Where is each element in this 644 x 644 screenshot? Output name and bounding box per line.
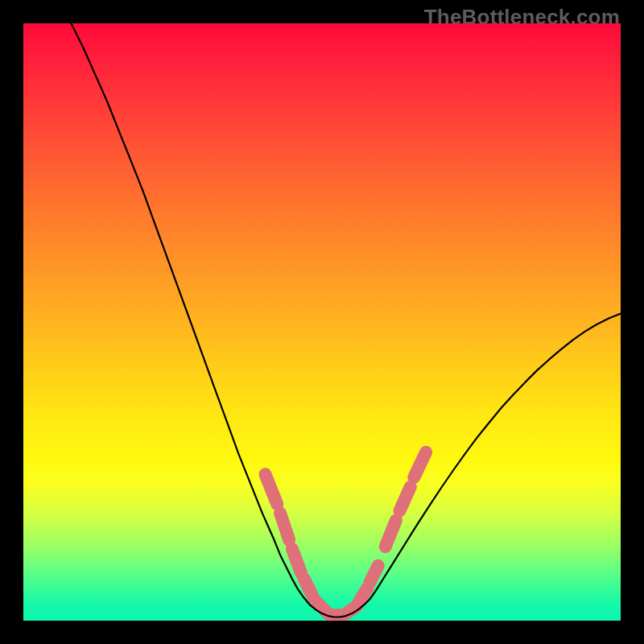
rope-segment — [292, 549, 301, 573]
rope-segment — [414, 452, 426, 477]
rope-segment — [359, 588, 367, 601]
rope-segment — [386, 520, 396, 547]
rope-segment — [280, 513, 289, 539]
curve-layer — [23, 23, 621, 621]
plot-area — [23, 23, 621, 621]
rope-segment — [266, 474, 278, 504]
rope-segment — [369, 566, 378, 583]
chart-frame: TheBottleneck.com — [0, 0, 644, 644]
rope-segment — [400, 487, 411, 511]
rope-segment — [304, 579, 313, 597]
